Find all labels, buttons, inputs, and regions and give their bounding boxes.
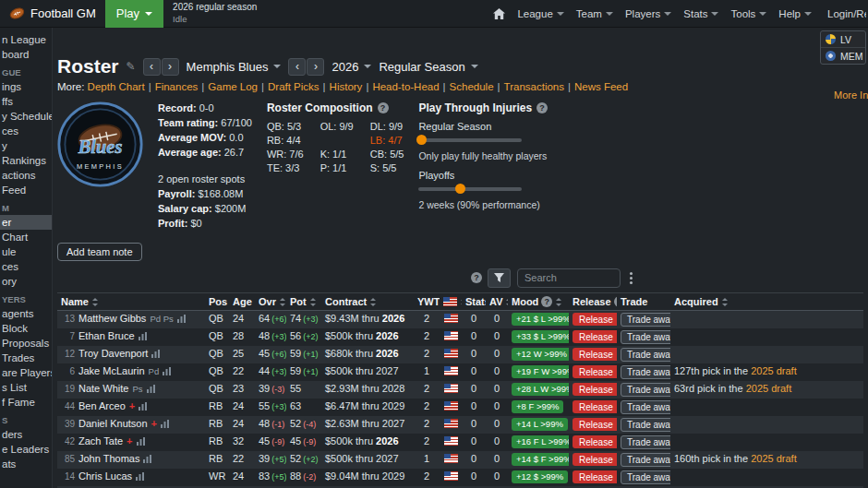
release-button[interactable]: Release bbox=[573, 470, 617, 483]
player-stats-icon[interactable] bbox=[147, 385, 155, 393]
sidebar-item[interactable]: ats bbox=[0, 457, 52, 471]
player-stats-icon[interactable] bbox=[151, 350, 160, 358]
more-link-draft-picks[interactable]: Draft Picks bbox=[268, 81, 319, 92]
trade-away-button[interactable]: Trade away bbox=[621, 418, 670, 432]
release-button[interactable]: Release bbox=[573, 365, 617, 378]
filter-button[interactable] bbox=[488, 268, 511, 288]
player-stats-icon[interactable] bbox=[137, 437, 145, 446]
col-header-acquired[interactable]: Acquired bbox=[670, 292, 863, 310]
sidebar-item[interactable]: y Schedule bbox=[0, 109, 52, 124]
col-header-trade[interactable]: Trade bbox=[617, 292, 670, 310]
player-name-link[interactable]: Matthew Gibbs bbox=[78, 313, 146, 324]
edit-icon[interactable]: ✎ bbox=[127, 60, 136, 73]
col-header-pot[interactable]: Pot bbox=[286, 292, 321, 310]
slider-handle[interactable] bbox=[455, 184, 465, 194]
release-button[interactable]: Release bbox=[573, 418, 617, 431]
mood-badge[interactable]: +21 $ L >99% bbox=[512, 313, 569, 326]
release-button[interactable]: Release bbox=[573, 383, 617, 396]
col-header-age[interactable]: Age bbox=[229, 292, 255, 310]
release-button[interactable]: Release bbox=[573, 453, 617, 466]
phase-selector[interactable]: Regular Season bbox=[379, 60, 477, 74]
player-name-link[interactable]: Jake McLaurin bbox=[78, 365, 145, 376]
sidebar-item[interactable]: Chart bbox=[0, 230, 52, 244]
mood-badge[interactable]: +33 $ L >99% bbox=[512, 330, 569, 343]
sidebar-item[interactable]: ders bbox=[0, 427, 52, 442]
sidebar-item[interactable]: agents bbox=[0, 306, 52, 321]
trade-away-button[interactable]: Trade away bbox=[621, 400, 670, 414]
mood-badge[interactable]: +14 $ F >99% bbox=[512, 453, 569, 466]
prev-team-button[interactable]: ‹ bbox=[143, 58, 161, 76]
sidebar-item[interactable]: ffs bbox=[0, 94, 52, 109]
col-header-contract[interactable]: Contract bbox=[321, 292, 414, 310]
player-stats-icon[interactable] bbox=[161, 420, 169, 428]
playoffs-slider[interactable] bbox=[418, 187, 522, 191]
acquired-draft-link[interactable]: 2025 draft bbox=[746, 383, 792, 394]
col-header-country[interactable] bbox=[440, 292, 462, 310]
trade-away-button[interactable]: Trade away bbox=[621, 383, 670, 397]
nav-menu-stats[interactable]: Stats bbox=[683, 8, 718, 19]
scorebox-team-row[interactable]: MEM bbox=[821, 47, 865, 64]
nav-menu-help[interactable]: Help bbox=[778, 8, 812, 19]
mood-badge[interactable]: +28 L W >99% bbox=[512, 383, 569, 396]
more-link-finances[interactable]: Finances bbox=[155, 81, 199, 92]
add-team-note-button[interactable]: Add team note bbox=[57, 243, 142, 261]
more-link-schedule[interactable]: Schedule bbox=[450, 81, 494, 92]
login-link[interactable]: Login/Register bbox=[824, 8, 866, 19]
sidebar-item-active[interactable]: er bbox=[0, 215, 52, 230]
trade-away-button[interactable]: Trade away bbox=[621, 313, 670, 327]
trade-away-button[interactable]: Trade away bbox=[621, 453, 670, 467]
player-stats-icon[interactable] bbox=[143, 455, 151, 463]
mood-badge[interactable]: +19 F W >99% bbox=[512, 365, 569, 378]
more-link-transactions[interactable]: Transactions bbox=[504, 81, 564, 92]
player-name-link[interactable]: Ethan Bruce bbox=[78, 330, 135, 341]
help-icon[interactable]: ? bbox=[471, 272, 482, 283]
more-link-depth-chart[interactable]: Depth Chart bbox=[88, 81, 145, 92]
sidebar-item[interactable]: f Fame bbox=[0, 395, 52, 410]
sidebar-item[interactable]: ces bbox=[0, 124, 52, 138]
col-header-name[interactable]: Name bbox=[57, 292, 205, 310]
nav-menu-team[interactable]: Team bbox=[576, 8, 613, 19]
nav-menu-league[interactable]: League bbox=[517, 8, 563, 19]
release-button[interactable]: Release bbox=[573, 313, 617, 326]
sidebar-item[interactable]: n League bbox=[0, 32, 52, 47]
season-selector[interactable]: 2026 bbox=[332, 60, 371, 74]
sidebar-item[interactable]: Block bbox=[0, 321, 52, 336]
player-name-link[interactable]: Chris Lucas bbox=[78, 470, 132, 482]
more-link-news-feed[interactable]: News Feed bbox=[574, 81, 628, 92]
more-info-link[interactable]: More Info bbox=[834, 89, 868, 101]
more-link-game-log[interactable]: Game Log bbox=[208, 81, 258, 92]
slider-handle[interactable] bbox=[416, 135, 427, 145]
col-header-mood[interactable]: Mood? bbox=[508, 292, 569, 310]
more-link-head-to-head[interactable]: Head-to-Head bbox=[372, 81, 439, 92]
mood-badge[interactable]: +8 F >99% bbox=[512, 400, 563, 413]
trade-away-button[interactable]: Trade away bbox=[621, 365, 670, 379]
help-icon[interactable]: ? bbox=[536, 102, 548, 113]
release-button[interactable]: Release bbox=[573, 348, 617, 361]
help-icon[interactable]: ? bbox=[378, 102, 389, 113]
sidebar-item[interactable]: ory bbox=[0, 274, 52, 289]
acquired-draft-link[interactable]: 2025 draft bbox=[751, 365, 797, 376]
regular-season-slider[interactable] bbox=[418, 138, 522, 142]
sidebar-item[interactable]: actions bbox=[0, 168, 52, 183]
mood-badge[interactable]: +14 L >99% bbox=[512, 418, 568, 431]
trade-away-button[interactable]: Trade away bbox=[621, 470, 670, 484]
player-name-link[interactable]: John Thomas bbox=[78, 453, 139, 464]
sidebar-item[interactable]: are Players bbox=[0, 365, 52, 380]
player-stats-icon[interactable] bbox=[177, 315, 186, 323]
next-team-button[interactable]: › bbox=[162, 58, 179, 76]
sidebar-item[interactable]: ule bbox=[0, 244, 52, 259]
more-link-history[interactable]: History bbox=[330, 81, 363, 92]
sidebar-item[interactable]: Trades bbox=[0, 351, 52, 365]
help-icon[interactable]: ? bbox=[541, 296, 552, 307]
release-button[interactable]: Release bbox=[573, 330, 617, 343]
sidebar-item[interactable]: Proposals bbox=[0, 336, 52, 351]
help-icon[interactable]: ? bbox=[614, 296, 617, 307]
player-stats-icon[interactable] bbox=[136, 472, 144, 481]
play-button[interactable]: Play bbox=[105, 0, 163, 28]
col-header-pos[interactable]: Pos bbox=[205, 292, 229, 310]
nav-menu-tools[interactable]: Tools bbox=[730, 8, 766, 19]
home-icon[interactable] bbox=[493, 8, 505, 19]
player-name-link[interactable]: Ben Arceo bbox=[78, 400, 126, 411]
sidebar-item[interactable]: ces bbox=[0, 259, 52, 274]
team-selector[interactable]: Memphis Blues bbox=[187, 60, 282, 74]
